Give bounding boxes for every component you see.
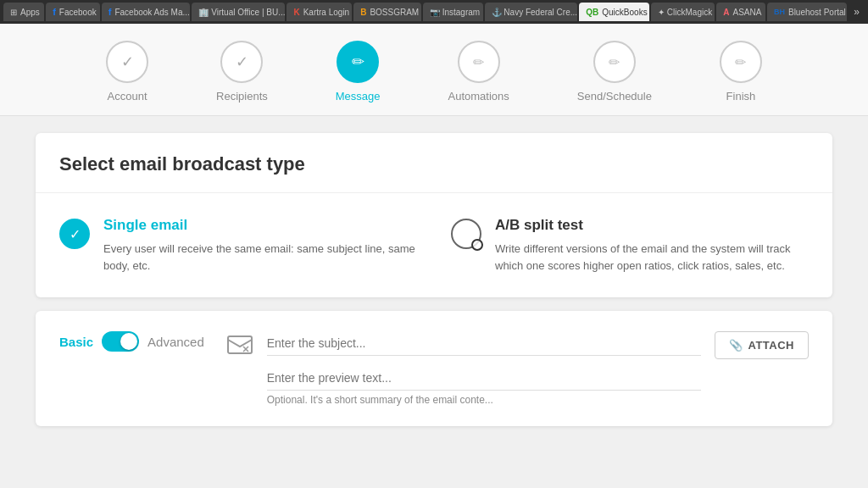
step-circle-message: ✏	[337, 41, 379, 83]
broadcast-type-title: Select email broadcast type	[59, 153, 809, 175]
attach-label: ATTACH	[748, 339, 794, 352]
tab-facebook-ads[interactable]: f Facebook Ads Ma...	[102, 3, 191, 21]
main-content: Select email broadcast type ✓ Single ema…	[19, 133, 849, 426]
step-circle-automations: ✏	[458, 41, 500, 83]
tab-asana[interactable]: A ASANA	[716, 3, 765, 21]
more-tabs-button[interactable]: »	[849, 6, 865, 18]
tab-facebook[interactable]: f Facebook	[46, 3, 100, 21]
advanced-label: Advanced	[147, 335, 204, 349]
tab-clickmagick[interactable]: ✦ ClickMagick	[651, 3, 715, 21]
tab-bossgram[interactable]: B BOSSGRAM	[353, 3, 421, 21]
wizard-step-send-schedule[interactable]: ✏ Send/Schedule	[577, 41, 652, 103]
preview-text-input[interactable]	[267, 366, 701, 391]
email-type-options: ✓ Single email Every user will receive t…	[36, 193, 832, 297]
single-email-description: Every user will receive the same email: …	[103, 241, 417, 274]
email-compose-icon	[226, 331, 253, 364]
step-label-automations: Automations	[448, 90, 509, 103]
ab-split-radio[interactable]	[451, 219, 481, 249]
tab-navy-federal[interactable]: ⚓ Navy Federal Cre...	[485, 3, 578, 21]
step-circle-recipients: ✓	[220, 41, 263, 83]
basic-label: Basic	[59, 335, 93, 349]
check-icon-recipients: ✓	[236, 53, 248, 71]
single-email-radio[interactable]: ✓	[59, 219, 90, 249]
step-label-finish: Finish	[726, 90, 756, 103]
tab-apps[interactable]: ⊞ Apps	[3, 3, 44, 21]
tab-instagram[interactable]: 📷 Instagram	[423, 3, 483, 21]
pencil-icon-message: ✏	[352, 53, 364, 71]
wizard-step-recipients[interactable]: ✓ Recipients	[216, 41, 268, 103]
subject-input[interactable]	[267, 331, 701, 356]
wizard-step-account[interactable]: ✓ Account	[106, 41, 148, 103]
attach-button[interactable]: 📎 ATTACH	[715, 331, 809, 359]
cursor-indicator	[471, 239, 483, 251]
check-icon: ✓	[121, 53, 134, 71]
ab-split-option[interactable]: A/B split test Write different versions …	[451, 217, 809, 274]
single-email-option[interactable]: ✓ Single email Every user will receive t…	[59, 217, 417, 274]
paperclip-icon: 📎	[729, 339, 743, 352]
step-label-message: Message	[336, 90, 381, 103]
wizard-step-automations[interactable]: ✏ Automations	[448, 41, 509, 103]
tab-quickbooks[interactable]: QB QuickBooks	[579, 3, 649, 21]
pencil-icon-automations: ✏	[473, 54, 484, 70]
pencil-icon-finish: ✏	[735, 54, 746, 70]
tab-bluehost[interactable]: BH Bluehost Portal	[767, 3, 847, 21]
basic-advanced-toggle[interactable]	[102, 331, 139, 352]
step-circle-account: ✓	[106, 41, 148, 83]
message-form-row: Basic Advanced Optional. It's a short su…	[59, 331, 809, 406]
card-header: Select email broadcast type	[36, 133, 832, 193]
broadcast-type-card: Select email broadcast type ✓ Single ema…	[36, 133, 832, 297]
step-label-account: Account	[108, 90, 147, 103]
step-label-send-schedule: Send/Schedule	[577, 90, 652, 103]
ab-split-description: Write different versions of the email an…	[495, 241, 809, 274]
message-form-card: Basic Advanced Optional. It's a short su…	[36, 311, 832, 426]
tab-virtual-office[interactable]: 🏢 Virtual Office | BU...	[192, 3, 285, 21]
browser-tab-bar: ⊞ Apps f Facebook f Facebook Ads Ma... 🏢…	[0, 0, 868, 24]
step-label-recipients: Recipients	[216, 90, 268, 103]
tab-kartra[interactable]: K Kartra Login	[287, 3, 352, 21]
step-circle-finish: ✏	[720, 41, 762, 83]
ab-split-label: A/B split test	[495, 217, 809, 234]
step-circle-send-schedule: ✏	[593, 41, 636, 83]
toggle-group: Basic Advanced	[59, 331, 204, 352]
single-email-label: Single email	[103, 217, 417, 234]
subject-preview-area: Optional. It's a short summary of the em…	[267, 331, 701, 406]
ab-split-content: A/B split test Write different versions …	[495, 217, 809, 274]
wizard-step-message[interactable]: ✏ Message	[336, 41, 381, 103]
toggle-knob	[120, 333, 137, 350]
pencil-icon-send: ✏	[609, 54, 620, 70]
check-icon-single: ✓	[70, 226, 81, 242]
wizard-step-finish[interactable]: ✏ Finish	[720, 41, 762, 103]
single-email-content: Single email Every user will receive the…	[103, 217, 417, 274]
wizard-steps-bar: ✓ Account ✓ Recipients ✏ Message ✏ Autom…	[0, 24, 868, 116]
optional-hint: Optional. It's a short summary of the em…	[267, 394, 701, 406]
